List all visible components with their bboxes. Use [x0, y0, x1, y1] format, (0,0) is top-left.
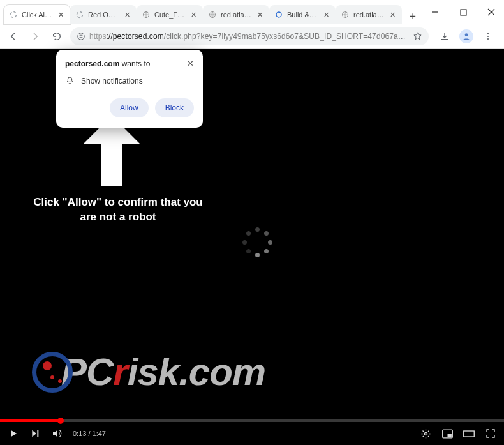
spinner-icon	[75, 10, 84, 19]
svg-point-15	[487, 35, 489, 36]
close-icon[interactable]: ✕	[56, 10, 65, 19]
site-info-icon[interactable]	[77, 32, 85, 41]
svg-rect-20	[464, 431, 475, 437]
svg-point-16	[487, 38, 489, 40]
fullscreen-icon[interactable]	[485, 428, 496, 439]
watermark-text: PCrisk.com	[61, 350, 265, 394]
close-icon[interactable]: ✕	[187, 59, 194, 68]
play-button[interactable]	[8, 428, 19, 439]
star-icon[interactable]	[413, 31, 422, 41]
close-icon[interactable]: ✕	[255, 10, 264, 19]
globe-icon	[208, 10, 217, 19]
miniplayer-icon[interactable]	[441, 428, 453, 439]
menu-icon[interactable]	[480, 28, 496, 45]
tab-4[interactable]: Build & Price ✕	[269, 5, 336, 24]
svg-point-17	[424, 432, 427, 435]
permission-item: Show notifications	[81, 77, 143, 86]
tab-title: red.atlantabr	[353, 11, 384, 19]
svg-point-13	[465, 33, 468, 36]
watermark-logo: PCrisk.com	[32, 350, 265, 394]
close-icon[interactable]: ✕	[322, 10, 330, 19]
theater-icon[interactable]	[463, 428, 475, 439]
forward-button[interactable]	[27, 28, 43, 45]
allow-button[interactable]: Allow	[110, 98, 149, 117]
svg-point-0	[11, 12, 17, 18]
download-icon[interactable]	[436, 28, 453, 45]
svg-point-10	[78, 33, 85, 40]
permission-origin: pectorsed.com wants to	[65, 59, 150, 68]
maximize-button[interactable]	[449, 0, 477, 24]
settings-icon[interactable]	[420, 428, 431, 439]
block-button[interactable]: Block	[155, 98, 194, 117]
tab-title: Cute_Fox_Gir	[154, 11, 185, 19]
window-controls	[421, 0, 504, 24]
toolbar-right	[434, 28, 499, 45]
svg-rect-7	[461, 10, 466, 15]
address-bar[interactable]: https://pectorsed.com/click.php?key=7ily…	[70, 27, 429, 45]
globe-icon	[142, 10, 151, 19]
tab-5[interactable]: red.atlantabr ✕	[336, 5, 402, 24]
page-content: pectorsed.com wants to ✕ Show notificati…	[0, 49, 504, 445]
minimize-button[interactable]	[421, 0, 449, 24]
tab-0[interactable]: Click Allow ✕	[4, 5, 70, 24]
video-time: 0:13 / 1:47	[73, 430, 106, 437]
reload-button[interactable]	[48, 28, 65, 45]
svg-point-1	[77, 12, 83, 18]
tab-title: red.atlantabr	[221, 11, 251, 19]
close-icon[interactable]: ✕	[388, 10, 397, 19]
close-window-button[interactable]	[477, 0, 504, 24]
svg-rect-19	[447, 434, 451, 437]
close-icon[interactable]: ✕	[122, 10, 131, 19]
volume-icon[interactable]	[51, 428, 63, 439]
tab-title: Red One (202	[88, 11, 119, 19]
browser-toolbar: https://pectorsed.com/click.php?key=7ily…	[0, 24, 504, 49]
svg-point-4	[276, 12, 281, 17]
tab-2[interactable]: Cute_Fox_Gir ✕	[137, 5, 203, 24]
video-player-controls: 0:13 / 1:47	[0, 422, 504, 445]
page-message: Click "Allow" to confirm that you are no…	[26, 195, 211, 225]
url-text: https://pectorsed.com/click.php?key=7ily…	[89, 32, 409, 41]
close-icon[interactable]: ✕	[189, 10, 198, 19]
window-titlebar: Click Allow ✕ Red One (202 ✕ Cute_Fox_Gi…	[0, 0, 504, 24]
bell-icon	[65, 76, 75, 86]
next-button[interactable]	[29, 428, 41, 439]
loading-spinner-icon	[242, 227, 272, 257]
back-button[interactable]	[5, 28, 22, 45]
notification-permission-prompt: pectorsed.com wants to ✕ Show notificati…	[56, 50, 203, 128]
tab-title: Build & Price	[287, 11, 318, 19]
profile-avatar-icon[interactable]	[459, 29, 473, 43]
tab-strip: Click Allow ✕ Red One (202 ✕ Cute_Fox_Gi…	[0, 0, 421, 24]
spinner-icon	[9, 10, 18, 19]
globe-icon	[341, 10, 350, 19]
tab-3[interactable]: red.atlantabr ✕	[203, 5, 269, 24]
svg-point-14	[487, 33, 489, 34]
new-tab-button[interactable]: ＋	[404, 8, 421, 24]
ring-icon	[274, 10, 283, 19]
tab-1[interactable]: Red One (202 ✕	[70, 5, 137, 24]
tab-title: Click Allow	[22, 11, 52, 19]
logo-circle-icon	[32, 352, 73, 393]
